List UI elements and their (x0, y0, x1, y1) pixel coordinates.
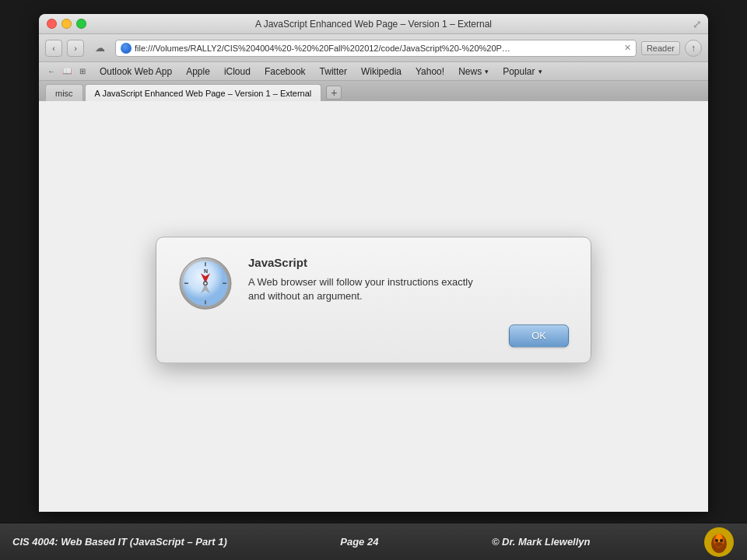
dialog-inner: N JavaScript A Web browser will follow y… (178, 256, 569, 310)
bookmark-facebook[interactable]: Facebook (258, 65, 312, 79)
dialog-title: JavaScript (248, 256, 569, 269)
dialog-text-area: JavaScript A Web browser will follow you… (248, 256, 569, 303)
phoenix-logo (703, 527, 735, 558)
tab-javascript-page[interactable]: A JavaScript Enhanced Web Page – Version… (85, 84, 322, 101)
bookmark-yahoo[interactable]: Yahoo! (409, 65, 451, 79)
tabs-bar: misc A JavaScript Enhanced Web Page – Ve… (39, 81, 708, 101)
resize-icon[interactable]: ⤢ (693, 18, 702, 30)
page-content: N JavaScript A Web browser will follow y… (39, 101, 708, 512)
svg-text:N: N (204, 268, 208, 274)
window-controls (47, 19, 86, 29)
svg-point-17 (715, 542, 723, 547)
reading-list-icon[interactable]: 📖 (61, 65, 73, 78)
share-button[interactable]: ↑ (685, 40, 702, 57)
maximize-button[interactable] (76, 19, 86, 29)
tab-misc[interactable]: misc (45, 84, 83, 101)
bookmark-news[interactable]: News ▾ (452, 65, 495, 79)
reader-button[interactable]: Reader (641, 41, 680, 55)
bookmarks-bar: ← 📖 ⊞ Outlook Web App Apple iCloud Faceb… (39, 62, 708, 81)
bookmark-utility-icons: ← 📖 ⊞ (45, 65, 89, 78)
forward-button[interactable]: › (67, 40, 84, 57)
url-bar[interactable]: file:///Volumes/RALLY2/CIS%204004%20-%20… (115, 40, 637, 57)
popular-dropdown-arrow: ▾ (538, 68, 542, 75)
close-button[interactable] (47, 19, 57, 29)
url-clear-button[interactable]: ✕ (624, 43, 631, 53)
back-button[interactable]: ‹ (45, 40, 62, 57)
dialog-footer: OK (178, 324, 569, 347)
toolbar: ‹ › ☁ file:///Volumes/RALLY2/CIS%204004%… (39, 34, 708, 62)
browser-window: A JavaScript Enhanced Web Page – Version… (39, 14, 708, 512)
bottom-bar-right: © Dr. Mark Llewellyn (492, 536, 591, 548)
bookmarks-grid-icon[interactable]: ⊞ (76, 65, 89, 78)
bookmark-outlook[interactable]: Outlook Web App (93, 65, 178, 79)
js-alert-dialog: N JavaScript A Web browser will follow y… (156, 236, 591, 363)
title-bar: A JavaScript Enhanced Web Page – Version… (39, 14, 708, 34)
news-dropdown-arrow: ▾ (485, 68, 489, 75)
bookmark-twitter[interactable]: Twitter (314, 65, 353, 79)
bottom-bar-left: CIS 4004: Web Based IT (JavaScript – Par… (12, 536, 227, 548)
url-text: file:///Volumes/RALLY2/CIS%204004%20-%20… (135, 44, 621, 53)
bookmark-wikipedia[interactable]: Wikipedia (355, 65, 408, 79)
ok-button[interactable]: OK (509, 324, 569, 347)
minimize-button[interactable] (61, 19, 72, 29)
dialog-message: A Web browser will follow your instructi… (248, 275, 569, 303)
bookmark-icloud[interactable]: iCloud (218, 65, 257, 79)
svg-point-15 (715, 539, 718, 542)
new-tab-button[interactable]: + (326, 86, 342, 100)
svg-point-10 (205, 282, 207, 285)
back-history-icon[interactable]: ← (45, 65, 58, 78)
safari-compass-icon: N (178, 256, 233, 310)
window-title: A JavaScript Enhanced Web Page – Version… (255, 19, 492, 30)
cloud-icon: ☁ (89, 40, 110, 57)
svg-point-16 (720, 539, 723, 542)
url-globe-icon (121, 43, 132, 54)
bookmark-popular[interactable]: Popular ▾ (496, 65, 548, 79)
bottom-bar-middle: Page 24 (340, 536, 378, 548)
bookmark-apple[interactable]: Apple (180, 65, 216, 79)
bottom-bar: CIS 4004: Web Based IT (JavaScript – Par… (0, 523, 747, 560)
